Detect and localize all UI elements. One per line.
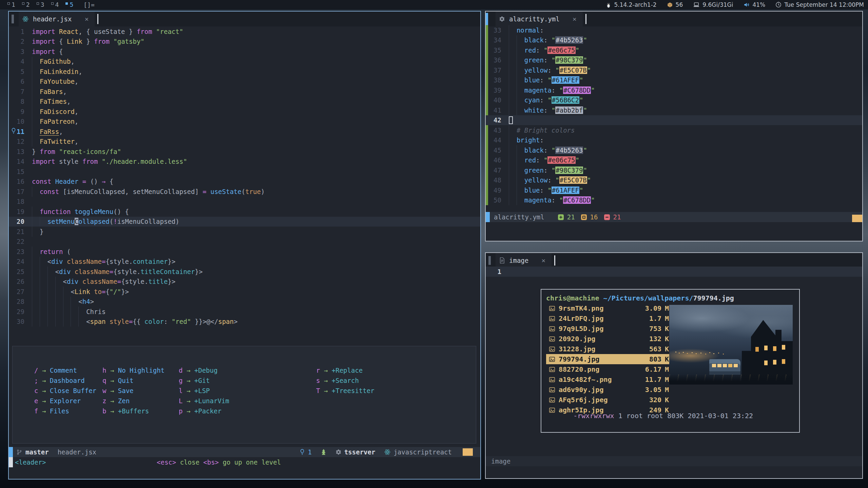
code-line[interactable]: 34black: "#4b5263" <box>486 35 862 45</box>
buffer-tab-alacritty-yml[interactable]: alacritty.yml × <box>496 12 583 26</box>
buffer-tab-image[interactable]: image × <box>496 253 552 268</box>
token: normal <box>517 26 540 34</box>
which-key-binding: s → +Search <box>316 375 418 386</box>
code-line[interactable]: 28<h4> <box>9 297 480 307</box>
code-line[interactable]: 45black: "#4b5263" <box>486 145 862 155</box>
code-line[interactable]: 30<span style={{ color: "red" }}>@</span… <box>9 317 480 327</box>
workspace-tag-3[interactable]: 3 <box>33 1 48 9</box>
code-line[interactable]: 22 <box>9 237 480 247</box>
code-line[interactable]: 9FaDiscord, <box>9 106 480 117</box>
file-row[interactable]: 20920.jpg132K <box>546 334 674 344</box>
file-row[interactable]: a19c482f~.png11.7M <box>546 374 674 385</box>
tab-close-icon[interactable]: × <box>541 256 545 265</box>
code-line[interactable]: 40cyan: "#56B6C2" <box>486 95 862 105</box>
git-diff-stats: 21 16 21 <box>558 213 621 221</box>
code-line[interactable]: 50magenta: "#C678DD" <box>486 195 862 206</box>
code-line[interactable]: 18 <box>9 197 480 207</box>
code-line[interactable]: 3import { <box>9 46 480 57</box>
code-line[interactable]: 39magenta: "#C678DD" <box>486 85 862 95</box>
code-line[interactable]: 1 <box>486 267 862 277</box>
code-line[interactable]: 35red: "#e06c75" <box>486 45 862 55</box>
line-text: FaYoutube, <box>32 77 78 87</box>
code-line[interactable]: 2import { Link } from "gatsby" <box>9 37 480 47</box>
code-line[interactable]: 20setMenuCollapsed(!isMenuCollapsed) <box>9 217 480 227</box>
token: FaDiscord <box>40 108 75 115</box>
code-line[interactable]: 8FaTimes, <box>9 97 480 107</box>
code-line[interactable]: 27<Link to={"/"}> <box>9 287 480 297</box>
gutter: 40 <box>486 95 509 105</box>
cmdline-cursor-block <box>9 457 13 467</box>
tab-title: header.jsx <box>33 15 72 23</box>
code-line[interactable]: 17const [isMenuCollapsed, setMenuCollaps… <box>9 187 480 197</box>
file-row[interactable]: 799794.jpg803K <box>546 354 674 364</box>
code-line[interactable]: 11FaRss, <box>9 126 480 137</box>
token: : <box>540 26 544 34</box>
workspace-number: 1 <box>12 1 15 8</box>
file-row[interactable]: 31228.jpg563K <box>546 344 674 354</box>
penguin-icon <box>606 2 611 8</box>
which-key-hint-bar: <esc> close <bs> go up one level <box>157 457 281 467</box>
tab-close-icon[interactable]: × <box>84 15 89 23</box>
indent-guide <box>509 85 517 95</box>
indent-guide <box>32 207 40 217</box>
workspace-tag-1[interactable]: 1 <box>4 1 19 9</box>
code-line[interactable]: 14import style from "./header.module.les… <box>9 157 480 167</box>
code-line[interactable]: 33normal: <box>486 25 862 35</box>
code-line[interactable]: 5FaLinkedin, <box>9 66 480 77</box>
token: bright <box>517 136 540 144</box>
line-text: <h4> <box>32 297 94 307</box>
tab-close-icon[interactable]: × <box>573 15 577 23</box>
code-line[interactable]: 41white: "#abb2bf" <box>486 105 862 115</box>
layout-indicator[interactable]: []= <box>83 1 95 8</box>
line-number: 46 <box>494 156 501 164</box>
code-line[interactable]: 24<div className={style.container}> <box>9 257 480 267</box>
binding-label: Quit <box>118 377 134 384</box>
code-line[interactable]: 25<div className={style.titleContainer}> <box>9 267 480 277</box>
code-line[interactable]: 26<div className={style.title}> <box>9 277 480 287</box>
code-line[interactable]: 6FaYoutube, <box>9 77 480 87</box>
code-line[interactable]: 19function toggleMenu() { <box>9 207 480 217</box>
workspace-tag-5[interactable]: 5 <box>62 1 77 9</box>
file-row[interactable]: 24LrDFQ.jpg1.7M <box>546 313 674 324</box>
code-line[interactable]: 7FaBars, <box>9 86 480 97</box>
system-status: 5.14.2-arch1-2569.6Gi/31Gi41%Tue Septemb… <box>606 1 864 8</box>
code-line[interactable]: 4FaGithub, <box>9 57 480 67</box>
buffer-tab-header-jsx[interactable]: header.jsx × <box>19 12 95 26</box>
code-line[interactable]: 29Chris <box>9 307 480 317</box>
code-line[interactable]: 16const Header = () ⇒ { <box>9 177 480 187</box>
code-line[interactable]: 42 <box>486 115 862 125</box>
token: " <box>587 176 591 184</box>
code-line[interactable]: 47green: "#98C379" <box>486 165 862 175</box>
command-line[interactable]: <leader> <esc> close <bs> go up one leve… <box>9 457 480 467</box>
indent-guide <box>47 267 55 277</box>
code-area[interactable]: 33normal:34black: "#4b5263"35red: "#e06c… <box>486 25 862 205</box>
token: , <box>59 128 63 135</box>
token: @ <box>207 318 210 325</box>
code-line[interactable]: 43# Bright colors <box>486 125 862 135</box>
code-area[interactable]: 1import React, { useState } from "react"… <box>9 26 480 327</box>
code-line[interactable]: 44bright: <box>486 135 862 145</box>
code-line[interactable]: 23return ( <box>9 247 480 257</box>
code-line[interactable]: 1import React, { useState } from "react" <box>9 26 480 37</box>
code-line[interactable]: 21} <box>9 227 480 237</box>
code-area[interactable]: 1 <box>486 267 862 277</box>
code-line[interactable]: 13} from "react-icons/fa" <box>9 147 480 157</box>
file-row[interactable]: 97q9L5D.jpg753K <box>546 324 674 334</box>
code-line[interactable]: 12FaTwitter, <box>9 137 480 147</box>
file-row[interactable]: 9rsmTK4.png3.09M <box>546 303 674 313</box>
workspace-tag-4[interactable]: 4 <box>48 1 62 9</box>
code-line[interactable]: 36green: "#98C379" <box>486 55 862 65</box>
file-row[interactable]: 882720.png6.17M <box>546 364 674 374</box>
code-line[interactable]: 15 <box>9 167 480 177</box>
git-branch-name[interactable]: master <box>25 448 49 456</box>
code-line[interactable]: 49blue: "#61AFEF" <box>486 185 862 195</box>
line-text: setMenuCollapsed(!isMenuCollapsed) <box>32 217 179 227</box>
code-line[interactable]: 37yellow: "#E5C07B" <box>486 65 862 75</box>
file-row[interactable]: ad6v90y.jpg3.05M <box>546 385 674 395</box>
code-line[interactable]: 10FaPatreon, <box>9 117 480 127</box>
code-line[interactable]: 38blue: "#61AFEF" <box>486 75 862 85</box>
binding-label: Save <box>118 387 134 394</box>
workspace-tag-2[interactable]: 2 <box>19 1 33 9</box>
code-line[interactable]: 46red: "#e06c75" <box>486 155 862 165</box>
code-line[interactable]: 48yellow: "#E5C07B" <box>486 175 862 186</box>
